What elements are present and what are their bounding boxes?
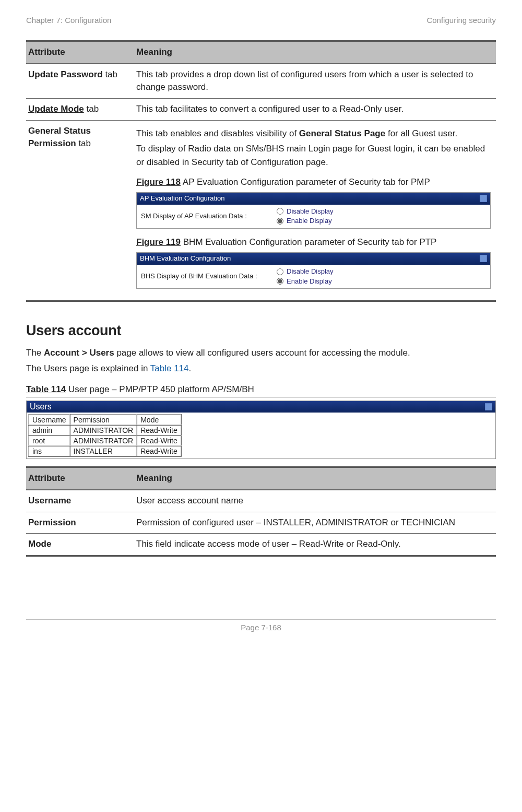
attr-cell: Mode [26,534,134,556]
widget-header: AP Evaluation Configuration [137,193,490,205]
radio-enable-display[interactable]: Enable Display [277,216,334,226]
header-left: Chapter 7: Configuration [26,16,111,25]
radio-label: Disable Display [287,207,334,217]
bhm-evaluation-config-widget: BHM Evaluation Configuration BHS Display… [136,252,491,289]
widget-body: BHS Display of BHM Evaluation Data : Dis… [137,265,490,289]
attr-cell: Username [26,490,134,512]
widget-field-label: SM Display of AP Evaluation Data : [141,211,271,221]
figure-label-bold: Figure 119 [136,237,181,247]
figure-label-bold: Figure 118 [136,177,181,187]
figure-118-caption: Figure 118 AP Evaluation Configuration p… [136,176,491,189]
section-p1: The Account > Users page allows to view … [26,346,496,360]
attr-label: Update Password [28,69,103,79]
meaning-p2: To display of Radio data on SMs/BHS main… [136,142,491,169]
widget-header: Users [27,401,495,413]
widget-title: BHM Evaluation Configuration [140,254,231,264]
attr-label-rest: tab [84,104,99,114]
figure-119-caption: Figure 119 BHM Evaluation Configuration … [136,236,491,249]
table-row: Mode This field indicate access mode of … [26,534,496,556]
table-114-caption: Table 114 User page – PMP/PTP 450 platfo… [26,384,496,395]
radio-disable-display[interactable]: Disable Display [277,267,334,277]
table-row: Username User access account name [26,490,496,512]
radio-input[interactable] [277,208,283,215]
widget-body: SM Display of AP Evaluation Data : Disab… [137,205,490,229]
caption-rule [26,397,496,397]
radio-input[interactable] [277,278,283,285]
section-p2: The Users page is explained in Table 114… [26,362,496,375]
users-inner-table: Username Permission Mode admin ADMINISTR… [28,414,182,457]
cell-username: admin [29,425,70,436]
text: This tab enables and disables visibility… [136,128,299,138]
radio-label: Disable Display [287,267,334,277]
users-account-heading: Users account [26,323,496,339]
caption-rest: User page – PMP/PTP 450 platform AP/SM/B… [66,384,254,394]
table-row: Username Permission Mode [29,415,181,425]
text-bold: General Status Page [299,128,385,138]
ap-evaluation-config-widget: AP Evaluation Configuration SM Display o… [136,192,491,229]
table2-header-attribute: Attribute [26,467,134,490]
page-footer: Page 7-168 [26,619,496,632]
cell-username: root [29,436,70,446]
table-row: Permission Permission of configured user… [26,512,496,534]
meaning-cell: This tab facilitates to convert a config… [134,98,496,120]
attr-cell: Update Mode tab [26,98,134,120]
meaning-cell: User access account name [134,490,496,512]
collapse-icon[interactable] [485,403,492,410]
attr-label: Update Mode [28,104,84,114]
cell-permission: ADMINISTRATOR [70,425,137,436]
table-row: root ADMINISTRATOR Read-Write [29,436,181,446]
figure-label-rest: BHM Evaluation Configuration parameter o… [181,237,436,247]
widget-title: AP Evaluation Configuration [140,194,224,204]
page-header: Chapter 7: Configuration Configuring sec… [26,16,496,25]
col-permission: Permission [70,415,137,425]
text: page allows to view all configured users… [114,348,410,358]
meaning-cell: This tab provides a drop down list of co… [134,64,496,99]
attr-cell: Update Password tab [26,64,134,99]
table-row: ins INSTALLER Read-Write [29,446,181,456]
radio-label: Enable Display [287,216,332,226]
cell-mode: Read-Write [137,446,181,456]
table1-header-meaning: Meaning [134,41,496,64]
attribute-table-1: Attribute Meaning Update Password tab Th… [26,40,496,302]
table2-header-meaning: Meaning [134,467,496,490]
attr-label-rest: tab [76,138,91,148]
collapse-icon[interactable] [480,255,487,262]
table-row: Update Mode tab This tab facilitates to … [26,98,496,120]
radio-enable-display[interactable]: Enable Display [277,277,334,287]
meaning-cell: Permission of configured user – INSTALLE… [134,512,496,534]
text: for all Guest user. [385,128,457,138]
text: . [189,363,192,373]
table-114-link[interactable]: Table 114 [150,363,189,373]
caption-bold: Table 114 [26,384,66,394]
table-row: admin ADMINISTRATOR Read-Write [29,425,181,436]
widget-field-label: BHS Display of BHM Evaluation Data : [141,272,271,281]
radio-disable-display[interactable]: Disable Display [277,207,334,217]
attr-cell: General Status Permission tab [26,120,134,301]
cell-mode: Read-Write [137,425,181,436]
meaning-cell: This field indicate access mode of user … [134,534,496,556]
text: The Users page is explained in [26,363,150,373]
users-widget: Users Username Permission Mode admin ADM… [26,401,496,459]
text-bold: Account > Users [44,348,114,358]
table-row: Update Password tab This tab provides a … [26,64,496,99]
col-username: Username [29,415,70,425]
table1-header-attribute: Attribute [26,41,134,64]
table-row: General Status Permission tab This tab e… [26,120,496,301]
radio-input[interactable] [277,268,283,275]
attr-label-rest: tab [103,69,117,79]
radio-label: Enable Display [287,277,332,287]
collapse-icon[interactable] [480,195,487,202]
widget-header: BHM Evaluation Configuration [137,253,490,265]
cell-permission: ADMINISTRATOR [70,436,137,446]
widget-title: Users [30,402,52,411]
attr-cell: Permission [26,512,134,534]
figure-label-rest: AP Evaluation Configuration parameter of… [181,177,430,187]
radio-input[interactable] [277,218,283,225]
cell-permission: INSTALLER [70,446,137,456]
cell-username: ins [29,446,70,456]
text: The [26,348,44,358]
meaning-p1: This tab enables and disables visibility… [136,127,491,140]
meaning-cell: This tab enables and disables visibility… [134,120,496,301]
attribute-table-2: Attribute Meaning Username User access a… [26,466,496,557]
col-mode: Mode [137,415,181,425]
